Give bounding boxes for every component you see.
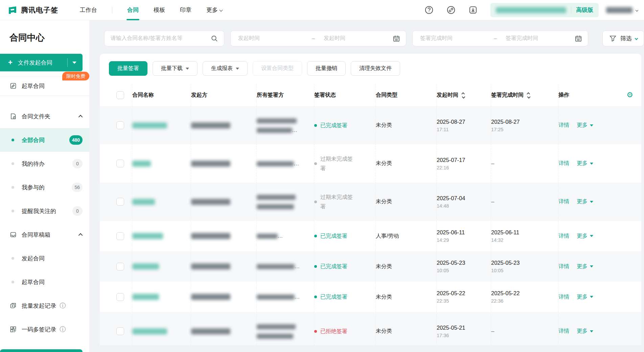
brand[interactable]: 腾讯电子签 bbox=[7, 5, 58, 15]
clean-invalid-files-button[interactable]: 清理失效文件 bbox=[351, 61, 400, 76]
initiator-cell bbox=[191, 106, 257, 144]
draft-contract-entry[interactable]: 限时免费 起草合同 bbox=[0, 76, 89, 95]
gear-icon[interactable]: ⚙ bbox=[626, 91, 633, 99]
contract-name-redacted[interactable] bbox=[132, 161, 151, 167]
sidebar-item-draft-contract[interactable]: 起草合同 bbox=[0, 270, 89, 294]
more-link[interactable]: 更多 bbox=[577, 294, 593, 301]
row-checkbox[interactable] bbox=[116, 160, 124, 167]
select-all-checkbox[interactable] bbox=[116, 91, 124, 99]
more-link[interactable]: 更多 bbox=[577, 233, 593, 240]
info-icon[interactable]: ⓘ bbox=[60, 303, 66, 309]
download-icon[interactable] bbox=[468, 5, 478, 15]
start-time: 14:48 bbox=[437, 203, 465, 209]
generate-report-button[interactable]: 生成报表 bbox=[203, 61, 248, 76]
row-checkbox[interactable] bbox=[116, 293, 124, 301]
sidebar-item-batch-records[interactable]: 批量发起记录 ⓘ bbox=[0, 294, 89, 318]
row-checkbox[interactable] bbox=[116, 232, 124, 240]
main-nav: 工作台 合同 模板 印章 更多 bbox=[80, 0, 222, 20]
status-label: 已完成签署 bbox=[320, 121, 347, 130]
more-link[interactable]: 更多 bbox=[577, 328, 593, 335]
funnel-icon bbox=[609, 34, 617, 43]
status-cell: 已完成签署 bbox=[314, 282, 376, 312]
batch-download-button[interactable]: 批量下载 bbox=[153, 61, 198, 76]
sort-done-time[interactable] bbox=[528, 92, 530, 98]
detail-link[interactable]: 详情 bbox=[558, 160, 569, 167]
detail-link[interactable]: 详情 bbox=[558, 233, 569, 240]
batch-records-icon bbox=[9, 302, 17, 309]
done-time-cell: – bbox=[491, 144, 558, 183]
group-draft-box[interactable]: 合同草稿箱 bbox=[0, 223, 89, 247]
batch-sign-button[interactable]: 批量签署 bbox=[109, 61, 147, 76]
link-icon[interactable] bbox=[446, 5, 456, 15]
nav-item-workbench[interactable]: 工作台 bbox=[80, 0, 97, 20]
caret-down-icon bbox=[590, 201, 593, 203]
filter-button[interactable]: 筛选 bbox=[602, 30, 644, 46]
more-link[interactable]: 更多 bbox=[577, 122, 593, 129]
done-time-cell: 2025-06-11 14:32 bbox=[491, 221, 558, 251]
detail-link[interactable]: 详情 bbox=[558, 294, 569, 301]
bullet-dot bbox=[12, 162, 14, 165]
contract-name-redacted[interactable] bbox=[132, 263, 159, 269]
premium-badge: 高级版 bbox=[576, 6, 593, 14]
user-menu[interactable] bbox=[606, 7, 638, 13]
set-contract-type-button[interactable]: 设置合同类型 bbox=[253, 61, 302, 76]
start-time: 14:29 bbox=[437, 237, 465, 243]
help-icon[interactable] bbox=[424, 5, 434, 15]
more-link[interactable]: 更多 bbox=[577, 160, 593, 167]
contract-name-redacted[interactable] bbox=[132, 122, 167, 128]
brand-name: 腾讯电子签 bbox=[21, 5, 58, 15]
sidebar-item-watched[interactable]: 提醒我关注的 0 bbox=[0, 199, 89, 223]
truncation-mark: ... bbox=[278, 233, 283, 239]
contract-name-redacted[interactable] bbox=[132, 294, 159, 300]
contract-name-redacted[interactable] bbox=[132, 328, 167, 334]
org-switcher[interactable]: 高级版 bbox=[490, 3, 599, 17]
start-date-range[interactable]: 发起时间 – 发起时间 bbox=[230, 30, 406, 46]
contract-name-redacted[interactable] bbox=[132, 233, 163, 239]
batch-revoke-button[interactable]: 批量撤销 bbox=[307, 61, 346, 76]
sort-asc-icon bbox=[527, 92, 530, 95]
status-badge: 过期未完成签署 bbox=[314, 154, 354, 173]
nav-item-more[interactable]: 更多 bbox=[206, 0, 222, 20]
row-checkbox[interactable] bbox=[116, 263, 124, 271]
group-contract-folder[interactable]: 合同文件夹 bbox=[0, 104, 89, 128]
divider bbox=[0, 95, 89, 96]
bullet-dot bbox=[12, 139, 14, 141]
create-contract-button[interactable]: + 文件发起合同 bbox=[0, 54, 83, 71]
sidebar-item-my-todo[interactable]: 我的待办 0 bbox=[0, 152, 89, 175]
detail-link[interactable]: 详情 bbox=[558, 122, 569, 129]
sidebar-item-qr-multi-sign[interactable]: 一码多签记录 ⓘ bbox=[0, 318, 89, 341]
plus-icon: + bbox=[8, 59, 13, 66]
signer-redacted bbox=[257, 324, 296, 329]
bullet-dot bbox=[12, 257, 14, 260]
done-date: – bbox=[491, 160, 494, 167]
search-icon[interactable] bbox=[210, 34, 218, 43]
contract-name-cell bbox=[132, 251, 191, 282]
done-date: 2025-08-27 bbox=[491, 119, 520, 125]
nav-item-seal[interactable]: 印章 bbox=[180, 0, 191, 20]
more-link[interactable]: 更多 bbox=[577, 263, 593, 270]
search-input[interactable]: 请输入合同名称/签署方姓名等 bbox=[104, 30, 224, 46]
start-date: 2025-07-17 bbox=[437, 157, 465, 163]
sidebar-item-all-contracts[interactable]: 全部合同 480 bbox=[0, 128, 89, 152]
more-link[interactable]: 更多 bbox=[577, 198, 593, 205]
row-checkbox[interactable] bbox=[116, 198, 124, 206]
status-badge: 已拒绝签署 bbox=[314, 327, 347, 336]
row-checkbox[interactable] bbox=[116, 121, 124, 129]
sidebar-item-initiate-contract[interactable]: 发起合同 bbox=[0, 247, 89, 270]
start-time-cell: 2025-07-17 22:16 bbox=[437, 144, 491, 183]
detail-link[interactable]: 详情 bbox=[558, 263, 569, 270]
info-icon[interactable]: ⓘ bbox=[60, 326, 66, 332]
sidebar-item-participated[interactable]: 我参与的 56 bbox=[0, 175, 89, 199]
contract-name-redacted[interactable] bbox=[132, 199, 155, 205]
nav-item-contract[interactable]: 合同 bbox=[127, 0, 139, 20]
detail-link[interactable]: 详情 bbox=[558, 198, 569, 205]
done-date-range[interactable]: 签署完成时间 – 签署完成时间 bbox=[412, 30, 588, 46]
caret-down-icon[interactable] bbox=[72, 62, 76, 64]
status-dot-icon bbox=[314, 265, 317, 268]
row-checkbox[interactable] bbox=[116, 327, 124, 335]
nav-item-template[interactable]: 模板 bbox=[154, 0, 165, 20]
caret-down-icon bbox=[590, 296, 593, 298]
truncation-mark: ... bbox=[292, 127, 298, 133]
sort-start-time[interactable] bbox=[462, 92, 465, 98]
detail-link[interactable]: 详情 bbox=[558, 328, 569, 335]
